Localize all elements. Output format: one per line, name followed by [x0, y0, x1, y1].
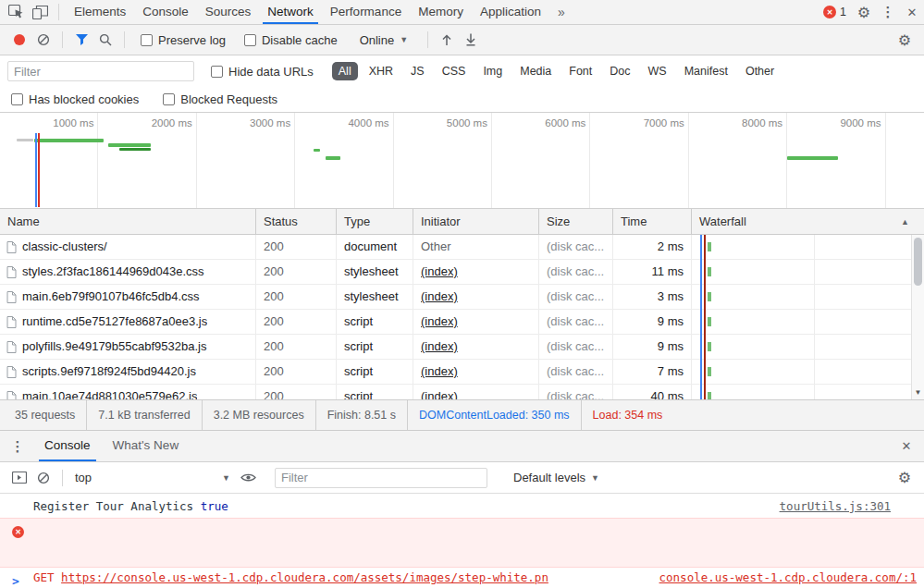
drawer-tab-what-s-new[interactable]: What's New	[102, 431, 191, 461]
scrollbar-thumb[interactable]	[914, 238, 922, 286]
error-url-link[interactable]: https://console.us-west-1.cdp.cloudera.c…	[61, 570, 548, 584]
filter-type-media[interactable]: Media	[513, 62, 558, 80]
export-har-icon[interactable]	[459, 28, 483, 52]
cell-status: 200	[256, 310, 337, 334]
overview-time-cell: 6000 ms	[492, 113, 590, 208]
column-header-initiator[interactable]: Initiator	[413, 209, 539, 234]
cell-waterfall	[692, 310, 911, 334]
file-icon	[6, 266, 17, 278]
tab-memory[interactable]: Memory	[410, 0, 472, 24]
settings-gear-icon[interactable]: ⚙	[852, 0, 876, 24]
waterfall-bar	[708, 292, 711, 301]
console-sidebar-icon[interactable]	[7, 466, 31, 490]
filter-type-js[interactable]: JS	[404, 62, 431, 80]
initiator-link[interactable]: (index)	[421, 389, 458, 399]
table-row[interactable]: classic-clusters/200documentOther(disk c…	[0, 235, 911, 260]
filter-funnel-icon[interactable]	[69, 28, 93, 52]
initiator-link[interactable]: (index)	[421, 264, 458, 278]
column-header-status[interactable]: Status	[256, 209, 337, 234]
waterfall-bar	[708, 242, 711, 251]
filter-type-all[interactable]: All	[332, 62, 358, 80]
column-header-waterfall[interactable]: Waterfall▲	[692, 209, 924, 234]
network-overview-timeline[interactable]: 1000 ms2000 ms3000 ms4000 ms5000 ms6000 …	[0, 113, 924, 209]
tab-sources[interactable]: Sources	[197, 0, 260, 24]
device-toolbar-icon[interactable]	[28, 0, 52, 24]
inspect-element-icon[interactable]	[4, 0, 28, 24]
tab-elements[interactable]: Elements	[66, 0, 134, 24]
toolbar-divider	[427, 31, 428, 48]
table-scrollbar[interactable]: ▼	[911, 235, 924, 399]
cell-size: (disk cac...	[539, 235, 613, 259]
initiator-link[interactable]: (index)	[421, 364, 458, 378]
table-row[interactable]: main.10ae74d881030e579e62.js200script(in…	[0, 385, 911, 399]
log-source-link[interactable]: tourUtils.js:301	[780, 498, 891, 514]
disable-cache-label: Disable cache	[262, 33, 338, 47]
initiator-link[interactable]: (index)	[421, 314, 458, 328]
cell-name: main.6eb79f90107b46fc5db4.css	[0, 285, 256, 309]
error-source-link[interactable]: console.us-west-1.cdp.cloudera.com/:1	[659, 570, 917, 585]
table-row[interactable]: main.6eb79f90107b46fc5db4.css200styleshe…	[0, 285, 911, 310]
initiator-link[interactable]: (index)	[421, 289, 458, 303]
initiator-link[interactable]: (index)	[421, 339, 458, 353]
drawer-menu-dots-icon[interactable]: ⋮	[6, 435, 30, 459]
preserve-log-checkbox[interactable]: Preserve log	[141, 33, 226, 47]
main-menu-dots-icon[interactable]: ⋮	[876, 0, 900, 24]
drawer-tab-console[interactable]: Console	[33, 431, 102, 461]
more-tabs-button[interactable]: »	[549, 1, 573, 24]
filter-type-font[interactable]: Font	[562, 62, 598, 80]
record-network-log-icon[interactable]	[7, 28, 31, 52]
cell-time: 11 ms	[613, 260, 692, 284]
tab-performance[interactable]: Performance	[322, 0, 410, 24]
search-icon[interactable]	[93, 28, 117, 52]
filter-type-img[interactable]: Img	[476, 62, 509, 80]
network-filter-row: Hide data URLs AllXHRJSCSSImgMediaFontDo…	[0, 55, 924, 87]
overview-time-cell: 8000 ms	[689, 113, 787, 208]
error-badge[interactable]: ✕ 1	[823, 6, 846, 18]
filter-type-manifest[interactable]: Manifest	[678, 62, 734, 80]
column-header-type[interactable]: Type	[337, 209, 413, 234]
scrollbar-down-button[interactable]: ▼	[912, 386, 924, 398]
tab-network[interactable]: Network	[259, 0, 322, 24]
filter-type-other[interactable]: Other	[739, 62, 781, 80]
column-header-label: Time	[621, 214, 647, 228]
column-header-size[interactable]: Size	[539, 209, 613, 234]
table-row[interactable]: styles.2f3fac186144969d043e.css200styles…	[0, 260, 911, 285]
column-header-time[interactable]: Time	[613, 209, 692, 234]
main-tabbar-tabs: ElementsConsoleSourcesNetworkPerformance…	[66, 0, 549, 24]
log-levels-select[interactable]: Default levels ▼	[513, 471, 599, 484]
tab-application[interactable]: Application	[472, 0, 549, 24]
console-settings-gear-icon[interactable]: ⚙	[893, 466, 917, 490]
disable-cache-checkbox[interactable]: Disable cache	[244, 33, 338, 47]
console-log-message: Register Tour Analytics true tourUtils.j…	[0, 494, 924, 518]
live-expression-eye-icon[interactable]	[236, 466, 260, 490]
filter-type-ws[interactable]: WS	[642, 62, 673, 80]
has-blocked-cookies-checkbox[interactable]: Has blocked cookies	[11, 92, 139, 106]
column-header-label: Size	[547, 214, 570, 228]
import-har-icon[interactable]	[435, 28, 459, 52]
network-filter-input[interactable]	[7, 61, 194, 81]
throttling-select[interactable]: Online ▼	[360, 33, 409, 47]
network-settings-gear-icon[interactable]: ⚙	[893, 28, 917, 52]
clear-console-icon[interactable]	[31, 466, 55, 490]
table-row[interactable]: polyfills.9e49179b55cabf9532ba.js200scri…	[0, 335, 911, 360]
table-rows: classic-clusters/200documentOther(disk c…	[0, 235, 911, 399]
filter-type-doc[interactable]: Doc	[603, 62, 636, 80]
filter-type-xhr[interactable]: XHR	[363, 62, 400, 80]
table-row[interactable]: runtime.cd5e75127fe8687a0ee3.js200script…	[0, 310, 911, 335]
blocked-requests-checkbox[interactable]: Blocked Requests	[163, 92, 277, 106]
hide-data-urls-checkbox[interactable]: Hide data URLs	[211, 65, 314, 79]
console-filter-input[interactable]	[275, 468, 487, 488]
filter-type-css[interactable]: CSS	[436, 62, 473, 80]
network-summary-bar: 35 requests7.1 kB transferred3.2 MB reso…	[0, 399, 924, 431]
close-devtools-icon[interactable]: ✕	[900, 0, 924, 24]
cell-name: main.10ae74d881030e579e62.js	[0, 385, 256, 399]
request-name: main.10ae74d881030e579e62.js	[22, 385, 197, 399]
tab-console[interactable]: Console	[134, 0, 197, 24]
javascript-context-select[interactable]: top ▼	[75, 471, 230, 484]
error-badge-count: 1	[840, 6, 846, 18]
clear-network-log-icon[interactable]	[31, 28, 55, 52]
close-drawer-icon[interactable]: ✕	[894, 435, 918, 459]
column-header-name[interactable]: Name	[0, 209, 256, 234]
cell-time: 40 ms	[613, 385, 692, 399]
table-row[interactable]: scripts.9ef9718f924f5bd94420.js200script…	[0, 360, 911, 385]
